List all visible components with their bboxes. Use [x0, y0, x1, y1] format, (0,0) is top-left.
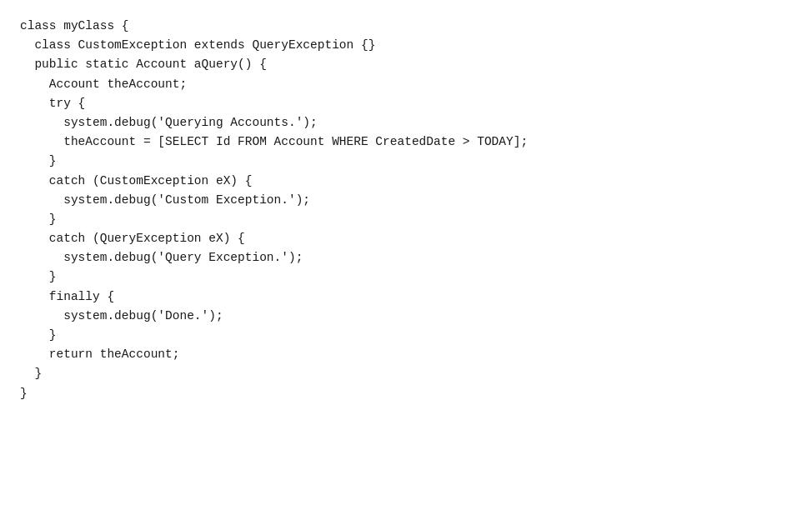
code-container: class myClass { class CustomException ex… — [0, 0, 812, 515]
code-block: class myClass { class CustomException ex… — [20, 17, 792, 403]
